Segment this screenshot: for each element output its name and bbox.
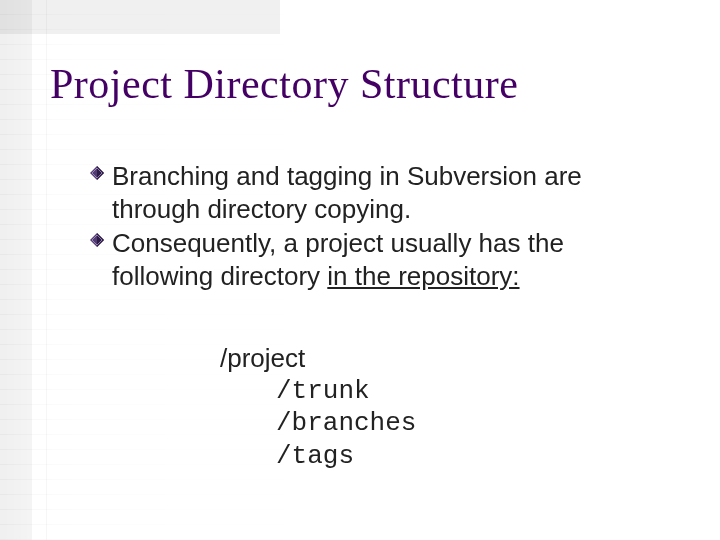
directory-structure: /project /trunk /branches /tags xyxy=(220,342,416,472)
bullet-text: Branching and tagging in Subversion are … xyxy=(112,161,582,224)
slide: Project Directory Structure Branching an… xyxy=(0,0,720,540)
diamond-bullet-icon xyxy=(90,233,104,247)
code-child: /tags xyxy=(220,440,416,473)
slide-body: Branching and tagging in Subversion are … xyxy=(90,160,660,294)
bullet-item: Branching and tagging in Subversion are … xyxy=(90,160,660,225)
slide-title: Project Directory Structure xyxy=(50,60,518,108)
code-root: /project xyxy=(220,342,416,375)
diamond-bullet-icon xyxy=(90,166,104,180)
code-child: /trunk xyxy=(220,375,416,408)
bullet-item: Consequently, a project usually has the … xyxy=(90,227,660,292)
bullet-text-underline: in the repository: xyxy=(327,261,519,291)
code-child: /branches xyxy=(220,407,416,440)
